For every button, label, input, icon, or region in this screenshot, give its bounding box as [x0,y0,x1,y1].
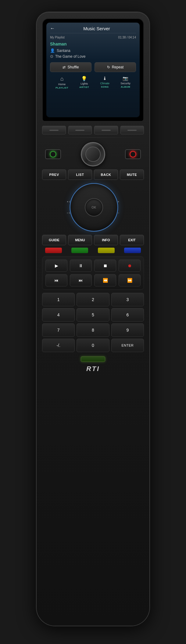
mute-button[interactable]: MUTE [120,169,144,180]
dpad-wrapper: + CH – CH OK ◁ + ◁ – [67,183,119,232]
numpad-row-3: 7 8 9 [42,323,144,337]
top-controls [42,142,144,166]
menu-button[interactable]: MENU [68,235,92,245]
green-color-button[interactable] [71,248,88,253]
dash-dot-button[interactable]: -/. [42,339,75,352]
security-top-label: Security [120,82,131,85]
soft-buttons-row [42,126,144,134]
soft-button-4[interactable] [120,126,144,134]
artist-icon: 👤 [50,48,55,53]
track-name: The Game of Love [55,54,85,59]
track-artist: Shaman [50,42,136,46]
shuffle-icon: ⇄ [63,65,66,69]
nav-buttons-row: PREV LIST BACK MUTE [42,169,144,180]
security-bottom-label: ALBUM [121,86,130,88]
rewind-button[interactable]: ⏪ [94,274,116,286]
num-1-button[interactable]: 1 [42,293,75,306]
stop-button[interactable]: ⏹ [94,260,116,272]
lights-top-label: Lights [80,82,88,85]
security-icon: 📷 [123,76,128,81]
rti-logo: RTI [42,365,144,373]
repeat-button[interactable]: ↻ Repeat [95,62,136,72]
red-power-button[interactable] [125,149,141,159]
remote-body: ← Music Server My Playlist 01:38 / 04:14… [37,12,149,626]
scroll-wheel[interactable] [81,142,105,166]
prev-button[interactable]: PREV [42,169,66,180]
repeat-icon: ↻ [107,65,110,69]
shuffle-label: Shuffle [67,65,79,69]
fast-forward-button[interactable]: ⏩ [119,274,141,286]
artist-row: 👤 Santana [50,48,136,53]
time-display: 01:38 / 04:14 [118,36,136,39]
num-5-button[interactable]: 5 [77,308,109,322]
ok-button[interactable]: OK [85,198,103,216]
numpad-row-1: 1 2 3 [42,293,144,306]
screen-nav-home[interactable]: ⌂ Home PLAYLIST [55,76,68,89]
home-bottom-label: PLAYLIST [55,86,68,89]
screen-nav-climate[interactable]: 🌡 Climate SONG [100,76,110,89]
wheel-inner [85,147,101,162]
screen: ← Music Server My Playlist 01:38 / 04:14… [46,23,140,117]
screen-nav-security[interactable]: 📷 Security ALBUM [120,76,131,89]
exit-button[interactable]: EXIT [120,235,144,245]
back-button[interactable]: BACK [94,169,118,180]
bottom-indicator-section [42,356,144,362]
screen-section: ← Music Server My Playlist 01:38 / 04:14… [42,18,144,122]
num-9-button[interactable]: 9 [111,323,144,337]
list-button[interactable]: LIST [68,169,92,180]
num-7-button[interactable]: 7 [42,323,75,337]
skip-forward-button[interactable]: ⏭ [70,274,92,286]
lights-icon: 💡 [81,76,87,82]
pause-button[interactable]: ⏸ [70,260,92,272]
media-row-2: ⏮ ⏭ ⏪ ⏩ [45,274,141,286]
playback-controls: ⇄ Shuffle ↻ Repeat [50,62,136,72]
num-4-button[interactable]: 4 [42,308,75,322]
skip-back-button[interactable]: ⏮ [45,274,67,286]
guide-button[interactable]: GUIDE [42,235,66,245]
dpad-section: + CH – CH OK ◁ + ◁ – [42,183,144,232]
soft-button-2[interactable] [68,126,92,134]
num-3-button[interactable]: 3 [111,293,144,306]
num-2-button[interactable]: 2 [77,293,109,306]
repeat-label: Repeat [112,65,124,69]
num-0-button[interactable]: 0 [77,339,109,352]
indicator-bar [81,356,105,362]
color-buttons-row [42,248,144,253]
home-icon: ⌂ [60,76,64,82]
climate-bottom-label: SONG [101,86,109,88]
dpad-ring[interactable]: OK [70,183,118,232]
now-playing-bar: My Playlist 01:38 / 04:14 [50,36,136,39]
numpad-row-2: 4 5 6 [42,308,144,322]
artist-name: Santana [57,49,70,53]
media-section: ▶ ⏸ ⏹ ⏺ ⏮ ⏭ ⏪ ⏩ [42,256,144,290]
blue-color-button[interactable] [124,248,141,253]
climate-icon: 🌡 [102,76,107,81]
home-top-label: Home [58,83,66,86]
func-buttons-row: GUIDE MENU INFO EXIT [42,235,144,245]
soft-button-3[interactable] [94,126,118,134]
play-button[interactable]: ▶ [45,260,67,272]
separator-1 [42,137,144,138]
back-arrow-icon[interactable]: ← [50,26,55,31]
track-icon: ⊙ [50,54,53,59]
num-8-button[interactable]: 8 [77,323,109,337]
climate-top-label: Climate [100,82,110,85]
shuffle-button[interactable]: ⇄ Shuffle [50,62,91,72]
screen-nav-icons: ⌂ Home PLAYLIST 💡 Lights ARTIST 🌡 Climat… [50,76,136,89]
green-circle-icon [50,151,56,158]
numpad-row-4: -/. 0 ENTER [42,339,144,352]
soft-button-1[interactable] [42,126,66,134]
enter-button[interactable]: ENTER [111,339,144,352]
info-button[interactable]: INFO [94,235,118,245]
record-button[interactable]: ⏺ [119,260,141,272]
yellow-color-button[interactable] [98,248,115,253]
green-power-button[interactable] [45,149,61,159]
screen-nav-lights[interactable]: 💡 Lights ARTIST [79,76,89,89]
red-circle-icon [130,151,136,158]
red-color-button[interactable] [45,248,62,253]
num-6-button[interactable]: 6 [111,308,144,322]
lights-bottom-label: ARTIST [79,86,89,89]
playlist-label: My Playlist [50,36,65,39]
numpad-section: 1 2 3 4 5 6 7 8 9 -/. 0 ENTER [42,293,144,352]
media-row-1: ▶ ⏸ ⏹ ⏺ [45,260,141,272]
